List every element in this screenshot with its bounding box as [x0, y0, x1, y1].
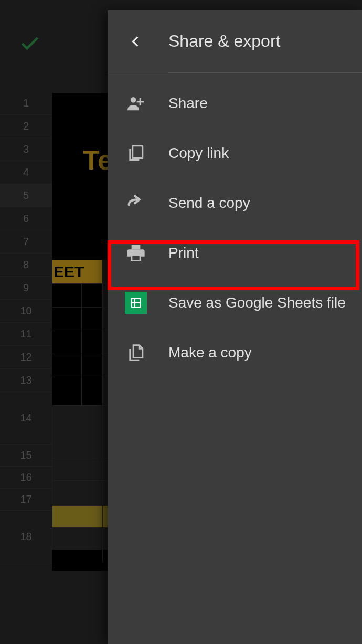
- row-number: 8: [0, 254, 52, 277]
- row-number: 6: [0, 207, 52, 230]
- back-icon[interactable]: [123, 35, 148, 48]
- row-number: 16: [0, 467, 52, 489]
- row-number: 15: [0, 445, 52, 467]
- menu-label: Save as Google Sheets file: [168, 294, 346, 311]
- menu-list: Share Copy link Send a copy Print: [108, 78, 362, 377]
- svg-rect-5: [132, 256, 139, 260]
- svg-rect-3: [133, 145, 143, 158]
- partial-header-text: EET: [52, 260, 102, 283]
- sheets-icon: [123, 290, 148, 315]
- row-number: 17: [0, 489, 52, 511]
- person-add-icon: [123, 91, 148, 116]
- divider: [168, 72, 362, 73]
- row-number: 4: [0, 161, 52, 184]
- file-copy-icon: [123, 340, 148, 365]
- menu-item-make-copy[interactable]: Make a copy: [108, 328, 362, 377]
- row-number: 13: [0, 369, 52, 392]
- row-number: 7: [0, 230, 52, 254]
- row-number: 9: [0, 277, 52, 300]
- row-number-gutter: 1 2 3 4 5 6 7 8 9 10 11 12 13 14 15 16 1…: [0, 92, 52, 644]
- menu-label: Print: [168, 245, 199, 261]
- menu-item-send-copy[interactable]: Send a copy: [108, 178, 362, 228]
- row-number: 12: [0, 346, 52, 369]
- menu-label: Copy link: [168, 145, 229, 162]
- check-icon: [18, 32, 41, 57]
- svg-rect-4: [132, 245, 141, 249]
- row-number: 14: [0, 392, 52, 445]
- menu-label: Share: [168, 95, 208, 112]
- menu-label: Make a copy: [168, 344, 252, 361]
- menu-item-save-sheets[interactable]: Save as Google Sheets file: [108, 278, 362, 328]
- row-number: 18: [0, 511, 52, 563]
- row-number: 10: [0, 300, 52, 323]
- row-number: 11: [0, 323, 52, 346]
- menu-item-print[interactable]: Print: [108, 228, 362, 278]
- row-number: 2: [0, 115, 52, 138]
- share-export-drawer: Share & export Share Copy link Send a co…: [108, 10, 362, 644]
- menu-item-share[interactable]: Share: [108, 78, 362, 128]
- print-icon: [123, 240, 148, 266]
- row-number: 3: [0, 138, 52, 161]
- row-number: 1: [0, 92, 52, 115]
- drawer-title: Share & export: [168, 31, 280, 51]
- drawer-header: Share & export: [108, 10, 362, 72]
- copy-link-icon: [123, 141, 148, 166]
- menu-label: Send a copy: [168, 195, 250, 212]
- menu-item-copy-link[interactable]: Copy link: [108, 128, 362, 178]
- svg-rect-2: [137, 101, 144, 102]
- row-number: 5: [0, 184, 52, 207]
- send-arrow-icon: [123, 191, 148, 216]
- svg-point-0: [131, 97, 136, 103]
